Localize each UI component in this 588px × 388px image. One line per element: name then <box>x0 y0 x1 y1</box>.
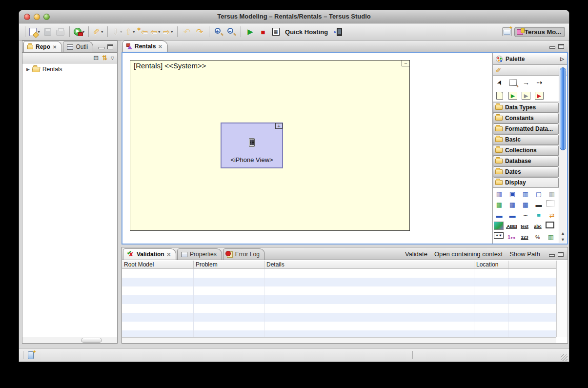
minimize-panel-button[interactable] <box>99 47 104 49</box>
scroll-up-icon[interactable]: ▲ <box>561 231 565 236</box>
di-form-view[interactable]: ▦ <box>494 189 505 199</box>
di-window[interactable]: ▣ <box>507 189 518 199</box>
validation-hscrollbar[interactable] <box>122 337 556 343</box>
di-grid[interactable]: ▦ <box>547 189 557 199</box>
stop-server-button[interactable]: ■ <box>258 26 268 38</box>
quick-hosting-button[interactable]: ▦ <box>270 26 281 38</box>
dropdown-arrow-icon[interactable]: ▾ <box>171 30 173 34</box>
palette-header[interactable]: Palette ▷ <box>493 53 567 65</box>
link-with-editor-icon[interactable]: ⇅ <box>102 54 107 61</box>
close-icon[interactable]: ✕ <box>167 252 171 257</box>
scrollbar-thumb[interactable] <box>81 338 102 343</box>
expand-iphone-button[interactable]: + <box>275 123 283 129</box>
undo-button[interactable]: ↶ <box>182 26 192 38</box>
new-wizard-button[interactable]: ▾ <box>29 26 40 38</box>
system-model-box[interactable]: [Rentals] <<System>> − + <iPhone View> <box>130 60 410 231</box>
start-server-button[interactable]: ▶ <box>245 26 256 38</box>
di-abc[interactable]: abc <box>532 222 543 231</box>
expand-arrow-icon[interactable]: ▶ <box>26 67 30 72</box>
palette-drawer-dates[interactable]: Dates <box>493 166 559 177</box>
di-combo[interactable]: ▬ <box>507 211 518 220</box>
palette-drawer-data-types[interactable]: Data Types <box>493 102 559 113</box>
di-password[interactable]: ✶✶ <box>494 232 504 239</box>
iphone-view-box[interactable]: + <iPhone View> <box>221 123 283 168</box>
close-icon[interactable]: ✕ <box>158 44 162 49</box>
collapse-all-icon[interactable]: ⊟ <box>93 54 99 61</box>
di-number-sub[interactable]: 1₂₃ <box>506 232 517 242</box>
save-button[interactable] <box>42 26 53 38</box>
collapse-system-button[interactable]: − <box>402 60 410 66</box>
maximize-editor-button[interactable] <box>558 44 564 49</box>
di-table-wizard[interactable]: ▦ <box>520 200 531 209</box>
di-percent[interactable]: % <box>532 232 543 242</box>
dropdown-arrow-icon[interactable]: ▾ <box>101 30 103 34</box>
resize-grip[interactable] <box>561 354 568 361</box>
show-path-button[interactable]: Show Path <box>509 250 540 258</box>
di-h-separator[interactable]: ▬ <box>533 200 544 209</box>
forward-button[interactable]: ⇨▾ <box>162 26 173 38</box>
minimize-editor-button[interactable] <box>549 46 555 49</box>
trigger-tool[interactable]: ▶ <box>508 91 518 101</box>
validation-vscrollbar[interactable] <box>556 261 568 337</box>
dropdown-arrow-icon[interactable]: ▾ <box>158 30 160 34</box>
tersus-perspective-button[interactable]: Tersus Mo... <box>514 27 565 37</box>
redo-button[interactable]: ↷ <box>194 26 205 38</box>
marquee-tool[interactable] <box>508 78 518 87</box>
tab-repository[interactable]: Repo ✕ <box>23 41 62 52</box>
di-image[interactable] <box>494 222 504 230</box>
tab-outline[interactable]: Outli <box>63 41 93 52</box>
tab-properties[interactable]: Properties <box>177 248 222 260</box>
dropdown-arrow-icon[interactable]: ▾ <box>133 30 135 34</box>
di-text-field[interactable]: ▬ <box>494 211 505 220</box>
maximize-panel-button[interactable] <box>107 44 113 49</box>
column-header-location[interactable]: Location <box>474 261 508 268</box>
palette-drawer-database[interactable]: Database <box>493 156 559 166</box>
export-button[interactable]: ⇧▾ <box>124 26 135 38</box>
palette-scrollbar[interactable]: ▲ ▼ <box>559 65 567 243</box>
left-panel-hscrollbar[interactable] <box>22 337 117 343</box>
di-selection[interactable] <box>547 200 554 206</box>
import-button[interactable]: ⇩▾ <box>112 26 122 38</box>
column-header-details[interactable]: Details <box>264 261 474 268</box>
back-to-root-button[interactable]: ✱⇦ <box>137 26 148 38</box>
fast-view-icon[interactable] <box>28 351 34 359</box>
tab-validation[interactable]: Validation ✕ <box>123 248 176 260</box>
close-icon[interactable]: ✕ <box>53 44 57 50</box>
di-label[interactable]: LABEL <box>506 222 517 231</box>
dropdown-arrow-icon[interactable]: ▾ <box>120 30 122 34</box>
column-header-empty[interactable] <box>508 261 556 268</box>
zoom-in-button[interactable]: + <box>213 26 224 38</box>
validate-button[interactable]: Validate <box>405 250 427 258</box>
tab-error-log[interactable]: Error Log <box>223 248 265 260</box>
open-containing-context-button[interactable]: Open containing context <box>434 250 503 258</box>
maximize-bottom-button[interactable] <box>558 252 564 257</box>
zoom-out-button[interactable]: − <box>226 26 237 38</box>
minimize-bottom-button[interactable] <box>549 254 555 257</box>
editor-canvas[interactable]: [Rentals] <<System>> − + <iPhone View> P… <box>122 52 568 245</box>
dotted-arrow-tool[interactable]: ⇢ <box>534 78 544 87</box>
di-text-area[interactable]: ≡ <box>533 211 544 220</box>
palette-drawer-display[interactable]: Display <box>493 177 559 188</box>
di-dashed-line[interactable]: ┄ <box>520 211 531 220</box>
select-tool[interactable]: ➤ <box>495 78 505 87</box>
di-frame[interactable]: ▢ <box>533 189 544 199</box>
di-text[interactable]: text <box>519 222 530 231</box>
tab-rentals-editor[interactable]: Rentals ✕ <box>122 41 168 52</box>
run-button[interactable]: ▾ <box>74 26 84 38</box>
palette-drawer-formatted-data-[interactable]: Formatted Data... <box>493 123 559 134</box>
scrollbar-thumb[interactable] <box>560 67 566 150</box>
dropdown-arrow-icon[interactable]: ▾ <box>38 30 40 34</box>
mobile-preview-button[interactable]: ▸ <box>333 26 344 38</box>
palette-brush-row[interactable]: ✐ <box>493 65 567 76</box>
wait-trigger-tool[interactable]: ▶ <box>521 91 531 101</box>
stop-trigger-tool[interactable]: ▶ <box>534 91 544 101</box>
note-tool[interactable] <box>495 91 505 101</box>
di-number[interactable]: 123 <box>519 232 530 242</box>
column-header-problem[interactable]: Problem <box>194 261 264 268</box>
di-table[interactable]: ▦ <box>507 200 518 209</box>
di-link[interactable]: ⇄ <box>547 211 557 220</box>
di-rectangle[interactable] <box>546 222 554 228</box>
palette-drawer-collections[interactable]: Collections <box>493 145 559 156</box>
tree-item-rentals[interactable]: ▶ Rentals <box>22 63 117 74</box>
palette-drawer-constants[interactable]: Constants <box>493 113 559 123</box>
